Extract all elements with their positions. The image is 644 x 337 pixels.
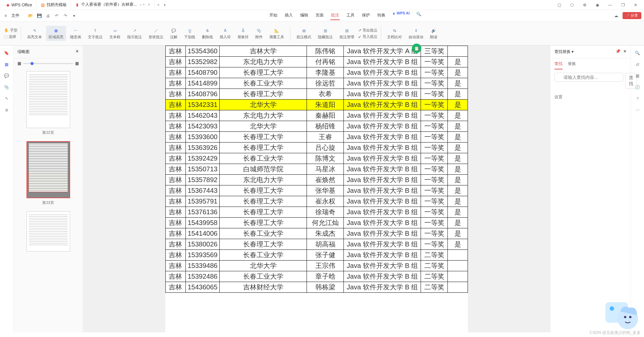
table-row: 吉林15367443长春理工大学张华基Java 软件开发大学 B 组一等奖是 xyxy=(165,185,468,196)
bookmark-icon[interactable]: 🔖 xyxy=(3,50,10,56)
area-highlight-button[interactable]: ▦区域高亮 xyxy=(46,26,66,41)
search-panel-icon[interactable]: 🔍 xyxy=(634,50,641,56)
document-viewport[interactable]: 吉林15354360吉林大学陈伟铭Java 软件开发大学 A 组三等奖吉林153… xyxy=(83,46,550,332)
more-panel-icon[interactable]: ⋯ xyxy=(634,107,641,113)
annotation-badge[interactable]: 📋 xyxy=(412,44,421,53)
tab-replace[interactable]: 替换 xyxy=(568,61,576,69)
edit-icon[interactable]: ✎ xyxy=(3,95,10,102)
read-button[interactable]: 🔊朗读 xyxy=(427,26,440,41)
table-cell: 崔焕然 xyxy=(307,175,344,185)
avatar-icon[interactable]: ◉ xyxy=(593,3,602,7)
save-icon[interactable]: 💾 xyxy=(36,13,42,19)
strike-button[interactable]: S̶删除线 xyxy=(199,26,216,41)
textbox-button[interactable]: ▭文本框 xyxy=(107,26,123,41)
comment-icon[interactable]: 💬 xyxy=(3,72,10,79)
import-notes-button[interactable]: ↙ 导入批注 xyxy=(358,34,377,39)
close-icon[interactable]: × xyxy=(148,2,150,7)
measure-button[interactable]: 📐测量工具 xyxy=(267,26,287,41)
assistant-avatar[interactable] xyxy=(604,297,641,332)
hide-annotate-button[interactable]: ▥隐藏批注 xyxy=(315,26,335,41)
cloud-icon[interactable]: ☁ xyxy=(613,13,619,19)
freedraw-button[interactable]: 〰随意画 xyxy=(67,26,84,41)
zoom-grid-small-icon[interactable]: ▦ xyxy=(17,61,21,66)
table-cell: Java 软件开发大学 B 组 xyxy=(344,218,421,228)
area-icon: ▦ xyxy=(53,27,59,34)
print-icon[interactable]: 🖨 xyxy=(45,13,51,19)
close-thumbnails-icon[interactable]: ✕ xyxy=(75,49,79,55)
annotate-mode-button[interactable]: ▤批注模式 xyxy=(294,26,314,41)
tab-overflow[interactable]: ▾ xyxy=(164,3,166,7)
underline-button[interactable]: U̲下划线 xyxy=(181,26,198,41)
file-menu[interactable]: 文件 xyxy=(11,13,19,18)
pin-icon[interactable]: 📌 xyxy=(615,49,621,54)
close-window-icon[interactable]: ✕ xyxy=(631,3,640,7)
select-tool[interactable]: ⬚ 选择 xyxy=(4,34,17,39)
shape-note-button[interactable]: ／形状批注 xyxy=(146,26,166,41)
note-button[interactable]: 💬注解 xyxy=(167,26,180,41)
tab-templates[interactable]: ▧找稻壳模板 xyxy=(37,0,71,10)
menu-page[interactable]: 页面 xyxy=(315,11,324,20)
menu-convert[interactable]: 转换 xyxy=(377,11,386,20)
grid-icon[interactable]: ▦ xyxy=(634,72,641,79)
tab-wps-home[interactable]: ◆WPS Office xyxy=(1,0,37,10)
tab-document[interactable]: ▮个人赛省赛（软件赛）吉林赛...○ •× xyxy=(71,0,155,10)
layers-icon[interactable]: ≣ xyxy=(3,107,10,113)
clock-icon[interactable]: 🕘 xyxy=(634,84,641,91)
attach-button[interactable]: 📎附件 xyxy=(253,26,265,41)
menu-protect[interactable]: 保护 xyxy=(361,11,371,20)
window-icon[interactable]: ▢ xyxy=(555,3,564,7)
help-icon[interactable]: ？ xyxy=(634,95,641,102)
wps-ai-button[interactable]: ▲ WPS AI xyxy=(392,11,410,20)
cube-icon[interactable]: ⬡ xyxy=(568,3,576,7)
undo-icon[interactable]: ↶ xyxy=(54,13,60,19)
gear-icon[interactable]: ⚙ xyxy=(580,3,589,7)
menu-insert[interactable]: 插入 xyxy=(284,11,293,20)
close-panel-icon[interactable]: ✕ xyxy=(623,49,627,54)
table-cell: 北华大学 xyxy=(220,121,307,132)
zoom-grid-large-icon[interactable]: ▦ xyxy=(75,61,79,66)
menu-edit[interactable]: 编辑 xyxy=(300,11,309,20)
thumbnails-icon[interactable]: ▦ xyxy=(3,61,10,68)
thumb-page-24[interactable] xyxy=(13,211,83,251)
highlight-button[interactable]: ✎高亮文本 xyxy=(24,26,45,41)
transfer-icon[interactable]: ⇄ xyxy=(634,61,641,68)
text-note-button[interactable]: T文字批注 xyxy=(85,26,105,41)
thumb-zoom-slider[interactable] xyxy=(23,63,73,64)
attachment-icon[interactable]: 📎 xyxy=(3,84,10,91)
maximize-icon[interactable]: ❐ xyxy=(619,3,627,7)
arrow-note-button[interactable]: ↗指示批注 xyxy=(124,26,145,41)
table-row: 吉林15392429长春工业大学陈博文Java 软件开发大学 B 组一等奖是 xyxy=(165,153,468,164)
search-icon[interactable]: 🔍 xyxy=(416,11,422,17)
tab-find[interactable]: 查找 xyxy=(554,61,562,69)
menu-annotate[interactable]: 批注 xyxy=(330,11,340,20)
find-title: 查找替换 xyxy=(554,49,571,54)
compare-button[interactable]: ⇆文档比对 xyxy=(384,26,405,41)
scribble-icon: 〰 xyxy=(72,27,79,34)
search-input[interactable] xyxy=(554,73,623,82)
open-icon[interactable]: 📂 xyxy=(28,13,34,19)
hand-tool[interactable]: ✋ 手型 xyxy=(4,28,17,33)
thumb-page-23[interactable]: 第23页 xyxy=(13,141,83,205)
more-icon[interactable]: ▾ xyxy=(71,13,77,19)
chevron-down-icon[interactable]: ▾ xyxy=(572,49,574,54)
menu-start[interactable]: 开始 xyxy=(269,11,278,20)
menu-icon[interactable]: ≡ xyxy=(3,13,9,19)
autoscroll-button[interactable]: ⇕自动滚动 xyxy=(406,26,426,41)
table-row: 吉林15462043东北电力大学秦赫阳Java 软件开发大学 B 组一等奖是 xyxy=(165,110,468,121)
find-settings[interactable]: 设置 xyxy=(550,92,631,102)
replace-mark-button[interactable]: Ặ替换符 xyxy=(235,26,251,41)
table-cell: Java 软件开发大学 B 组 xyxy=(344,250,421,261)
redo-icon[interactable]: ↷ xyxy=(62,13,68,19)
new-tab-button[interactable]: + xyxy=(155,3,162,7)
table-cell: 一等奖 xyxy=(421,185,448,196)
export-notes-button[interactable]: ↗ 导出批注 xyxy=(358,28,377,33)
table-cell: 东北电力大学 xyxy=(220,175,307,185)
share-button[interactable]: ↗ 分享 xyxy=(623,12,641,19)
thumb-page-22[interactable]: 第22页 xyxy=(13,71,83,135)
table-cell: 是 xyxy=(448,218,468,228)
manage-annotate-button[interactable]: ▧批注管理 xyxy=(337,26,357,41)
table-cell: 韩栋梁 xyxy=(307,282,344,293)
insert-mark-button[interactable]: Ă插入符 xyxy=(217,26,233,41)
menu-tools[interactable]: 工具 xyxy=(346,11,355,20)
minimize-icon[interactable]: — xyxy=(606,3,614,7)
